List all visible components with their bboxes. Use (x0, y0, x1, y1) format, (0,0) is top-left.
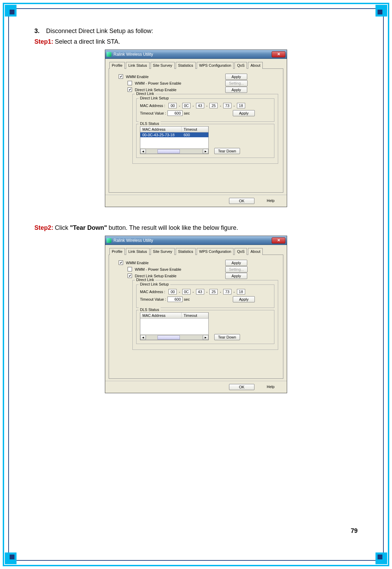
apply-button[interactable]: Apply (233, 296, 255, 302)
tab-link-status[interactable]: Link Status (126, 248, 149, 255)
step1-row: Step1: Select a direct link STA. (34, 38, 358, 45)
setting-button[interactable]: Setting... (225, 80, 248, 86)
tab-profile[interactable]: Profile (109, 62, 125, 69)
wmm-ps-label: WMM - Power Save Enable (135, 81, 181, 85)
scroll-thumb[interactable] (157, 335, 180, 340)
scroll-right-icon[interactable]: ► (203, 335, 208, 340)
wmm-enable-checkbox[interactable]: ✔ (119, 260, 123, 265)
timeout-row: Timeout Value : 600 sec Apply (140, 110, 271, 116)
titlebar[interactable]: Ralink Wireless Utility ✕ (105, 50, 287, 59)
scroll-left-icon[interactable]: ◄ (140, 335, 146, 340)
tab-site-survey[interactable]: Site Survey (151, 248, 175, 255)
tab-statistics[interactable]: Statistics (176, 62, 196, 69)
window-title: Ralink Wireless Utility (113, 52, 272, 57)
legend-dls-status: DLS Status (139, 121, 161, 126)
dialog-footer: OK Help (105, 195, 287, 207)
timeout-label: Timeout Value : (140, 111, 166, 115)
tab-site-survey[interactable]: Site Survey (151, 62, 175, 69)
mac-octet-5[interactable]: 73 (223, 103, 231, 108)
col-mac-address[interactable]: MAC Address (140, 313, 182, 318)
apply-button[interactable]: Apply (225, 74, 247, 80)
mac-octet-4[interactable]: 25 (209, 103, 218, 108)
page-content: 3. Disconnect Direct Link Setup as follo… (34, 28, 358, 541)
cell-mac: 00-0C-43-25-73-18 (140, 132, 182, 137)
tab-strip: Profile Link Status Site Survey Statisti… (109, 248, 283, 255)
fieldset-dls-setup: Direct Link Setup MAC Address : 00- 0C- … (136, 98, 274, 122)
wmm-ps-checkbox[interactable] (128, 267, 132, 271)
close-icon: ✕ (277, 238, 280, 243)
timeout-input[interactable]: 600 (167, 297, 183, 302)
tab-wps-configuration[interactable]: WPS Configuration (197, 62, 234, 69)
dialog-ralink-2: Ralink Wireless Utility ✕ Profile Link S… (105, 236, 287, 393)
col-timeout[interactable]: Timeout (182, 313, 208, 318)
mac-octet-3[interactable]: 43 (196, 103, 204, 108)
apply-button[interactable]: Apply (225, 87, 247, 93)
mac-octet-5[interactable]: 73 (223, 289, 231, 294)
tab-content-qos: ✔ WMM Enable Apply WMM - Power Save Enab… (109, 69, 283, 193)
dls-enable-label: Direct Link Setup Enable (135, 274, 176, 278)
titlebar[interactable]: Ralink Wireless Utility ✕ (105, 236, 287, 245)
horizontal-scrollbar[interactable]: ◄ ► (140, 334, 208, 340)
dls-enable-label: Direct Link Setup Enable (135, 88, 176, 92)
tab-wps-configuration[interactable]: WPS Configuration (197, 248, 234, 255)
list-item-3: 3. Disconnect Direct Link Setup as follo… (34, 28, 358, 35)
scroll-track[interactable] (146, 335, 203, 340)
list-text: Disconnect Direct Link Setup as follow: (46, 28, 153, 34)
mac-octet-6[interactable]: 18 (237, 103, 245, 108)
table-row[interactable]: 00-0C-43-25-73-18 600 (140, 132, 208, 137)
col-timeout[interactable]: Timeout (182, 127, 208, 132)
scroll-right-icon[interactable]: ► (203, 149, 208, 154)
close-button[interactable]: ✕ (272, 51, 285, 57)
tab-link-status[interactable]: Link Status (126, 62, 149, 69)
tab-profile[interactable]: Profile (109, 248, 125, 255)
apply-button[interactable]: Apply (225, 260, 247, 266)
app-icon (107, 52, 111, 57)
tear-down-button[interactable]: Tear Down (214, 334, 240, 340)
dls-enable-checkbox[interactable]: ✔ (128, 273, 132, 278)
timeout-input[interactable]: 600 (167, 110, 183, 116)
timeout-unit: sec (184, 297, 190, 301)
tab-about[interactable]: About (248, 62, 263, 69)
mac-octet-2[interactable]: 0C (182, 103, 190, 108)
horizontal-scrollbar[interactable]: ◄ ► (140, 148, 208, 154)
tab-statistics[interactable]: Statistics (176, 248, 196, 255)
scroll-track[interactable] (146, 149, 203, 154)
dls-enable-checkbox[interactable]: ✔ (128, 87, 132, 92)
mac-octet-3[interactable]: 43 (196, 289, 204, 294)
legend-dls-status: DLS Status (139, 308, 161, 312)
dls-status-table[interactable]: MAC Address Timeout 00-0C-43-25-73-18 60… (140, 126, 209, 154)
wmm-enable-checkbox[interactable]: ✔ (119, 74, 123, 79)
mac-octet-4[interactable]: 25 (209, 289, 218, 294)
apply-button[interactable]: Apply (225, 273, 247, 279)
scroll-left-icon[interactable]: ◄ (140, 149, 146, 154)
tab-qos[interactable]: QoS (235, 62, 247, 69)
step2-emphasis: "Tear Down" (70, 224, 107, 231)
mac-octet-2[interactable]: 0C (182, 289, 190, 294)
wmm-enable-label: WMM Enable (126, 75, 149, 79)
step2-label: Step2: (34, 224, 53, 231)
help-button[interactable]: Help (258, 198, 283, 204)
fieldset-dls-status: DLS Status MAC Address Timeout ◄ (136, 310, 274, 344)
wmm-ps-checkbox[interactable] (128, 81, 132, 85)
apply-button[interactable]: Apply (233, 110, 255, 116)
mac-octet-6[interactable]: 18 (237, 289, 245, 294)
ok-button[interactable]: OK (229, 384, 254, 390)
close-button[interactable]: ✕ (272, 237, 285, 244)
ok-button[interactable]: OK (229, 198, 254, 204)
setting-button[interactable]: Setting... (225, 266, 248, 272)
tab-qos[interactable]: QoS (235, 248, 247, 255)
dls-status-table[interactable]: MAC Address Timeout ◄ ► (140, 312, 209, 340)
tab-about[interactable]: About (248, 248, 263, 255)
mac-octet-1[interactable]: 00 (168, 103, 177, 108)
tear-down-button[interactable]: Tear Down (214, 148, 240, 154)
help-button[interactable]: Help (258, 384, 283, 390)
mac-label: MAC Address : (140, 104, 165, 108)
col-mac-address[interactable]: MAC Address (140, 127, 182, 132)
mac-octet-1[interactable]: 00 (168, 289, 177, 294)
legend-dls-setup: Direct Link Setup (139, 96, 170, 100)
page-number: 79 (351, 527, 358, 535)
wmm-ps-row: WMM - Power Save Enable Setting... (128, 267, 278, 271)
dls-table-body: 00-0C-43-25-73-18 600 (140, 132, 208, 148)
scroll-thumb[interactable] (157, 149, 180, 153)
frame-corner-inner (10, 10, 14, 14)
